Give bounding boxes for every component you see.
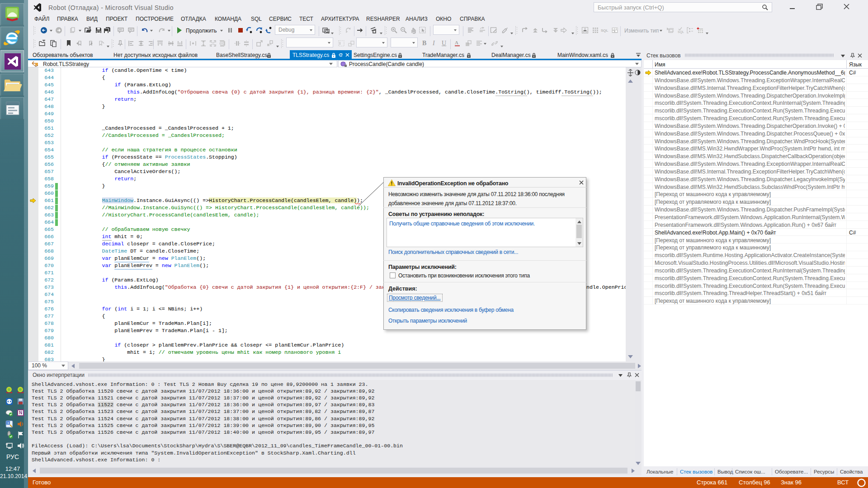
svg-text:X: X [7, 422, 9, 425]
svg-text:SQL: SQL [601, 28, 609, 33]
svg-text:N: N [19, 410, 22, 415]
svg-text:A: A [455, 40, 458, 45]
svg-text:SQL: SQL [678, 30, 684, 34]
